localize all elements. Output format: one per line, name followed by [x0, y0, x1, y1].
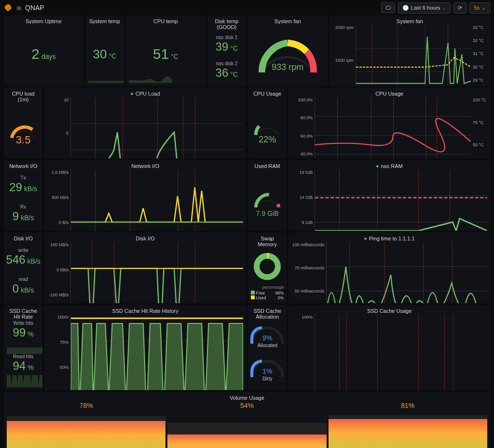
panel-ssd-history[interactable]: SSD Cache Hit Rate History 100%75%50%25%…: [44, 305, 246, 390]
panel-cpu-usage-graph[interactable]: CPU Usage 100.0%80.0%60.0%40.0%20.0%0% 1…: [288, 88, 490, 158]
volume-item: 54% System_Vol (Ready): [167, 402, 326, 448]
panel-title: Network I/O: [47, 163, 243, 169]
panel-title: SSD Cache Allocation: [251, 308, 284, 320]
grafana-logo-icon: [4, 3, 13, 12]
panel-title: System temp: [88, 18, 121, 24]
panel-ssd-allocation[interactable]: SSD Cache Allocation 9%Allocated 1%Dirty: [248, 305, 287, 390]
dashboard-title[interactable]: QNAP: [25, 4, 44, 12]
panel-disk-io-stat[interactable]: Disk I/O write546kB/s read0kB/s: [4, 233, 42, 303]
refresh-button[interactable]: ⟳: [453, 2, 467, 14]
graph-area[interactable]: [315, 170, 487, 231]
y-axis-left: 100 MB/s0 kB/s-100 MB/s-200 MB/s-300 MB/…: [47, 242, 70, 303]
panel-cpu-temp[interactable]: CPU temp 51°C: [126, 15, 206, 86]
panel-uptime[interactable]: System Uptime 2days: [4, 15, 83, 86]
gauge-value: 22%: [251, 135, 284, 145]
y-axis-left: 100%0%: [291, 315, 315, 390]
dashboard-icon[interactable]: ▦: [16, 5, 21, 11]
panel-title: System fan: [251, 18, 325, 24]
graph-area[interactable]: [356, 25, 471, 86]
svg-point-14: [257, 256, 278, 277]
graph-area[interactable]: [70, 315, 243, 390]
y-axis-left: 100%75%50%25%0%: [47, 315, 70, 390]
panel-volume-usage[interactable]: Volume Usage 78% ForeignMedia_Vol (Ready…: [4, 392, 490, 448]
panel-ram-graph[interactable]: ♥nas RAM 19 GiB14 GiB9 GiB5 GiB0 B 16:00…: [288, 160, 490, 231]
panel-title: CPU temp: [129, 18, 203, 24]
y-axis-right: 33 °C32 °C31 °C30 °C29 °C28 °C: [471, 25, 487, 86]
panel-ssd-hit-stat[interactable]: SSD Cache Hit Rate Write hits99% Read hi…: [4, 305, 42, 390]
panel-title: CPU Usage: [291, 91, 487, 97]
page-header: ▦ QNAP 🖵 🕘 Last 6 hours ⌄ ⟳ 5s ⌄: [0, 0, 494, 15]
heart-icon: ♥: [376, 164, 379, 169]
volume-item: 81% TimeMachine_Vol (Ready): [329, 402, 487, 448]
heart-icon: ♥: [131, 91, 134, 97]
panel-cpu-load-gauge[interactable]: CPU load (1m) 3.5: [4, 88, 42, 158]
graph-area[interactable]: [70, 242, 243, 303]
panel-net-io-graph[interactable]: Network I/O 1.0 MB/s500 kB/s0 B/s-500 kB…: [44, 160, 246, 231]
panel-used-ram-gauge[interactable]: Used RAM 7.9 GiB: [248, 160, 287, 231]
graph-area[interactable]: [315, 315, 487, 390]
volume-bar: [167, 423, 326, 448]
refresh-interval-button[interactable]: 5s ⌄: [469, 2, 490, 14]
sparkline: [88, 74, 124, 83]
sparkline: [129, 74, 172, 83]
volume-bar: [7, 416, 165, 448]
graph-area[interactable]: [70, 170, 243, 231]
panel-title: SSD Cache Hit Rate: [7, 308, 40, 320]
graph-area[interactable]: [70, 98, 243, 158]
panel-title: Disk temp (GOOD): [210, 18, 243, 30]
panel-title: System Uptime: [7, 18, 81, 24]
panel-title: SSD Cache Hit Rate History: [47, 308, 243, 314]
panel-title: ♥Ping time to 1.1.1.1: [291, 236, 487, 241]
tv-mode-button[interactable]: 🖵: [381, 2, 395, 13]
heart-icon: ♥: [364, 236, 367, 241]
panel-title: System fan: [332, 18, 487, 24]
panel-title: Used RAM: [251, 163, 284, 169]
panel-swap[interactable]: Swap Memory percentage Free98% Used2%: [248, 233, 287, 303]
panel-disk-io-graph[interactable]: Disk I/O 100 MB/s0 kB/s-100 MB/s-200 MB/…: [44, 233, 246, 303]
graph-area[interactable]: [315, 98, 471, 158]
time-range-button[interactable]: 🕘 Last 6 hours ⌄: [398, 2, 451, 14]
panel-cpu-load-graph[interactable]: ♥CPU Load 1050-5 16:0017:0018:0019:00: [44, 88, 246, 158]
gauge-icon: [251, 117, 284, 137]
panel-title: Swap Memory: [251, 236, 284, 247]
y-axis-left: 100.0%80.0%60.0%40.0%20.0%0%: [291, 98, 315, 158]
donut-chart: [253, 252, 282, 281]
gauge-value: 3.5: [7, 134, 40, 146]
gauge-icon: [251, 189, 284, 209]
y-axis-left: 100 milliseconds75 milliseconds50 millis…: [291, 242, 326, 303]
panel-net-io-stat[interactable]: Network I/O Tx29kB/s Rx9kB/s: [4, 160, 42, 231]
gauge-value: 933 rpm: [251, 62, 325, 72]
panel-system-fan-gauge[interactable]: System fan 933 rpm: [248, 15, 328, 86]
panel-title: Disk I/O: [7, 236, 40, 241]
panel-title: CPU load (1m): [7, 91, 40, 102]
gauge-value: 7.9 GiB: [251, 210, 284, 217]
panel-system-temp[interactable]: System temp 30°C: [85, 15, 124, 86]
y-axis-left: 1.0 MB/s500 kB/s0 B/s-500 kB/s-1.0 MB/s: [47, 170, 70, 231]
panel-ssd-usage[interactable]: SSD Cache Usage 100%0% 16:0017:0018:0019…: [288, 305, 490, 390]
panel-system-fan-graph[interactable]: System fan 2000 rpm1500 rpm1000 rpm 33 °…: [329, 15, 490, 86]
panel-title: Volume Usage: [7, 395, 487, 401]
panel-title: Disk I/O: [47, 236, 243, 241]
graph-area[interactable]: [326, 242, 487, 303]
y-axis-left: 2000 rpm1500 rpm1000 rpm: [332, 25, 356, 86]
y-axis-right: 100 °C75 °C50 °C25 °C0 °C: [471, 98, 487, 158]
volume-item: 78% ForeignMedia_Vol (Ready): [7, 402, 165, 448]
panel-title: Network I/O: [7, 163, 40, 169]
panel-disk-temp[interactable]: Disk temp (GOOD) nas disk 139°C nas disk…: [207, 15, 246, 86]
sparkline: [7, 374, 42, 387]
panel-title: CPU Usage: [251, 91, 284, 97]
y-axis-left: 19 GiB14 GiB9 GiB5 GiB0 B: [291, 170, 315, 231]
sparkline: [7, 343, 42, 354]
volume-bar: [329, 415, 487, 448]
panel-cpu-usage-gauge[interactable]: CPU Usage 22%: [248, 88, 287, 158]
volume-bars: 78% ForeignMedia_Vol (Ready) 54% System_…: [7, 402, 487, 448]
panel-title: ♥nas RAM: [291, 163, 487, 169]
panel-title: SSD Cache Usage: [291, 308, 487, 314]
panel-title: ♥CPU Load: [47, 91, 243, 97]
panel-ping-graph[interactable]: ♥Ping time to 1.1.1.1 100 milliseconds75…: [288, 233, 490, 303]
y-axis-left: 1050-5: [47, 98, 70, 158]
